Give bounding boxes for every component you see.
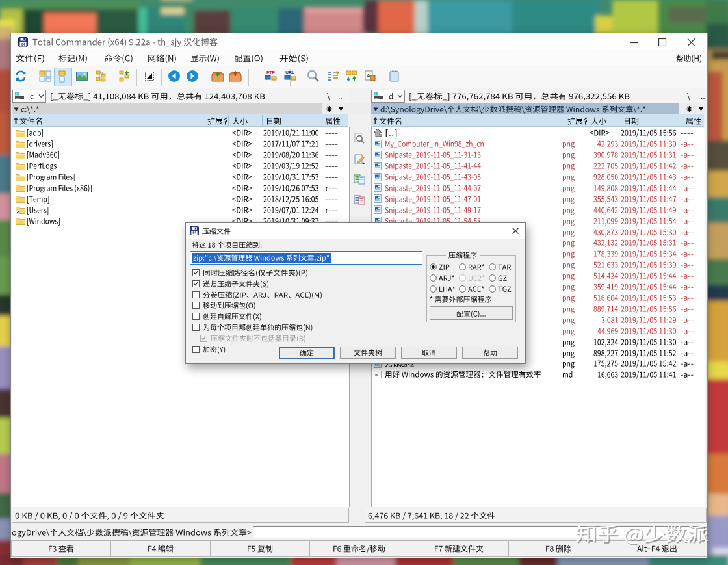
svg-text:64: 64 <box>21 42 25 46</box>
svg-text:FTP: FTP <box>266 70 276 75</box>
svg-text:A: A <box>367 73 370 79</box>
svg-text:w: w <box>375 372 379 378</box>
svg-text:URL: URL <box>285 70 295 75</box>
svg-text:64: 64 <box>192 231 196 235</box>
